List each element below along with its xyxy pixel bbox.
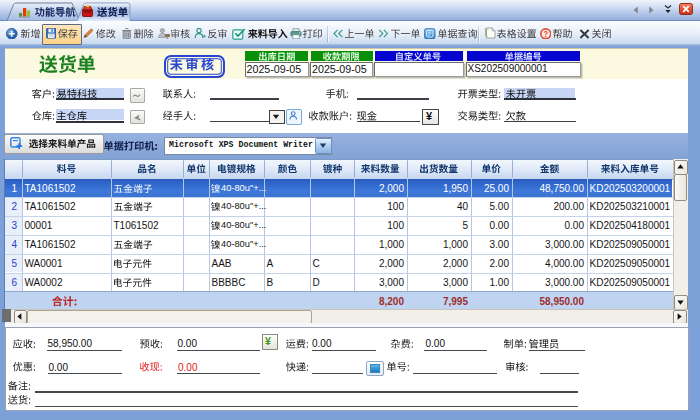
svg-text:?: ? (543, 29, 548, 38)
